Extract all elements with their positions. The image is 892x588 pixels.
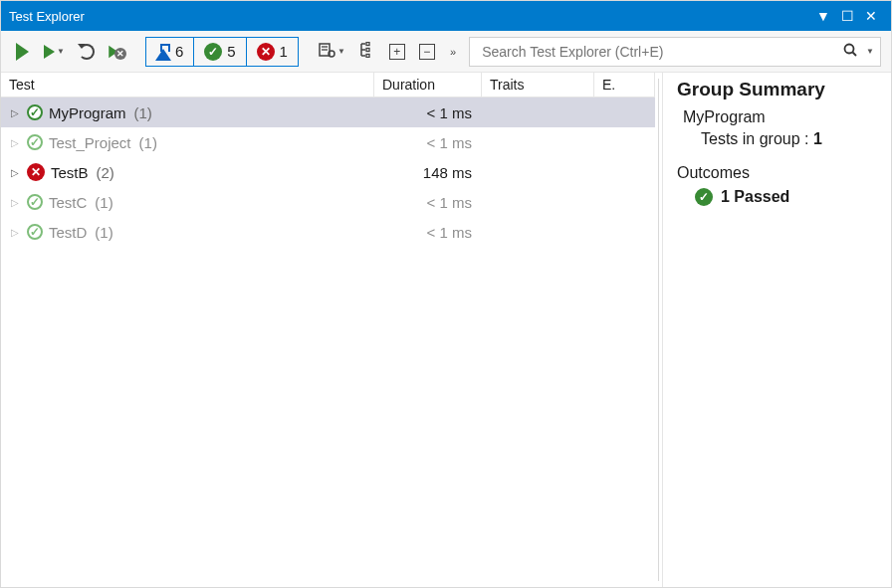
filter-failed-button[interactable]: ✕ 1 <box>247 38 298 66</box>
repeat-last-run-button[interactable] <box>74 38 100 66</box>
check-circle-icon: ✓ <box>695 188 713 206</box>
test-duration: 148 ms <box>374 164 482 181</box>
test-rows: ▷✓MyProgram(1)< 1 ms▷✓Test_Project(1)< 1… <box>1 98 655 587</box>
settings-button[interactable]: ▼ <box>313 38 350 66</box>
expand-chevron-icon[interactable]: ▷ <box>11 197 21 208</box>
summary-group-name: MyProgram <box>683 108 879 126</box>
summary-pane: Group Summary MyProgram Tests in group :… <box>662 73 891 587</box>
splitter[interactable] <box>655 73 662 587</box>
test-duration: < 1 ms <box>374 194 482 211</box>
window-close-icon[interactable]: ✕ <box>859 8 883 24</box>
filter-failed-count: 1 <box>280 43 288 60</box>
summary-outcomes-label: Outcomes <box>677 164 879 182</box>
check-circle-icon: ✓ <box>27 224 43 240</box>
window-dropdown-icon[interactable]: ▼ <box>811 8 835 24</box>
svg-line-8 <box>853 53 857 57</box>
main-area: Test Duration Traits E. ▷✓MyProgram(1)< … <box>1 73 891 587</box>
cancel-icon: ✕ <box>114 48 126 60</box>
filter-total-button[interactable]: 6 <box>146 38 194 66</box>
settings-icon <box>318 41 335 62</box>
check-circle-icon: ✓ <box>27 104 43 120</box>
tests-in-count: 1 <box>813 130 822 147</box>
header-error[interactable]: E. <box>594 73 655 97</box>
svg-rect-4 <box>366 43 369 46</box>
header-test[interactable]: Test <box>1 73 374 97</box>
flask-icon <box>156 44 170 60</box>
test-duration: < 1 ms <box>374 224 482 241</box>
check-circle-icon: ✓ <box>27 194 43 210</box>
svg-point-7 <box>845 45 854 54</box>
test-cell: ▷✓TestC(1) <box>1 194 374 211</box>
column-headers: Test Duration Traits E. <box>1 73 655 98</box>
fail-circle-icon: ✕ <box>27 163 45 181</box>
overflow-icon[interactable]: ›› <box>444 46 461 58</box>
header-traits[interactable]: Traits <box>482 73 594 97</box>
expand-chevron-icon[interactable]: ▷ <box>11 167 21 178</box>
test-count: (1) <box>139 134 157 151</box>
filter-passed-button[interactable]: ✓ 5 <box>194 38 246 66</box>
filter-group: 6 ✓ 5 ✕ 1 <box>145 37 299 67</box>
chevron-down-icon[interactable]: ▼ <box>866 47 874 56</box>
test-count: (1) <box>95 224 112 241</box>
tests-in-label: Tests in group : <box>701 130 809 147</box>
expand-all-button[interactable]: + <box>384 38 410 66</box>
play-icon <box>44 45 55 59</box>
test-cell: ▷✓TestD(1) <box>1 224 374 241</box>
test-row[interactable]: ▷✓Test_Project(1)< 1 ms <box>1 127 655 157</box>
test-row[interactable]: ▷✓MyProgram(1)< 1 ms <box>1 98 655 127</box>
toolbar: ▼ ✕ 6 ✓ 5 ✕ 1 ▼ + <box>1 31 891 73</box>
search-box[interactable]: ▼ <box>469 37 881 67</box>
test-cell: ▷✓MyProgram(1) <box>1 104 374 121</box>
check-circle-icon: ✓ <box>27 134 43 150</box>
test-name: Test_Project <box>49 134 131 151</box>
header-duration[interactable]: Duration <box>374 73 482 97</box>
test-count: (1) <box>134 104 152 121</box>
test-count: (2) <box>97 164 114 181</box>
test-row[interactable]: ▷✓TestD(1)< 1 ms <box>1 217 655 247</box>
filter-passed-count: 5 <box>227 43 235 60</box>
chevron-down-icon: ▼ <box>57 47 65 56</box>
chevron-down-icon: ▼ <box>337 47 345 56</box>
plus-box-icon: + <box>389 44 405 60</box>
test-count: (1) <box>95 194 112 211</box>
repeat-icon <box>79 44 95 60</box>
hierarchy-icon <box>359 42 375 61</box>
test-name: TestC <box>49 194 87 211</box>
collapse-all-button[interactable]: − <box>414 38 440 66</box>
fail-circle-icon: ✕ <box>257 43 275 61</box>
test-name: TestB <box>51 164 89 181</box>
test-row[interactable]: ▷✕TestB(2)148 ms <box>1 157 655 187</box>
expand-chevron-icon[interactable]: ▷ <box>11 227 21 238</box>
test-name: TestD <box>49 224 87 241</box>
search-input[interactable] <box>480 43 838 61</box>
check-circle-icon: ✓ <box>204 43 222 61</box>
summary-tests-in-group: Tests in group : 1 <box>701 130 879 148</box>
group-by-button[interactable] <box>354 38 380 66</box>
window-maximize-icon[interactable]: ☐ <box>835 8 859 24</box>
minus-box-icon: − <box>419 44 435 60</box>
run-button[interactable]: ▼ <box>39 38 70 66</box>
svg-rect-5 <box>366 49 369 52</box>
summary-heading: Group Summary <box>677 79 879 100</box>
svg-rect-6 <box>366 55 369 58</box>
outcome-passed-label: 1 Passed <box>721 188 789 206</box>
test-row[interactable]: ▷✓TestC(1)< 1 ms <box>1 187 655 217</box>
expand-chevron-icon[interactable]: ▷ <box>11 107 21 118</box>
summary-outcome-passed: ✓ 1 Passed <box>695 188 879 206</box>
cancel-run-button[interactable]: ✕ <box>104 38 131 66</box>
filter-total-count: 6 <box>175 43 183 60</box>
test-cell: ▷✕TestB(2) <box>1 163 374 181</box>
test-name: MyProgram <box>49 104 126 121</box>
test-duration: < 1 ms <box>374 134 482 151</box>
window-title: Test Explorer <box>9 9 85 24</box>
test-duration: < 1 ms <box>374 104 482 121</box>
play-outline-icon <box>18 45 29 59</box>
test-list-pane: Test Duration Traits E. ▷✓MyProgram(1)< … <box>1 73 655 587</box>
title-bar: Test Explorer ▼ ☐ ✕ <box>1 1 891 31</box>
search-icon[interactable] <box>838 42 862 61</box>
expand-chevron-icon[interactable]: ▷ <box>11 137 21 148</box>
test-cell: ▷✓Test_Project(1) <box>1 134 374 151</box>
run-all-button[interactable] <box>11 38 35 66</box>
